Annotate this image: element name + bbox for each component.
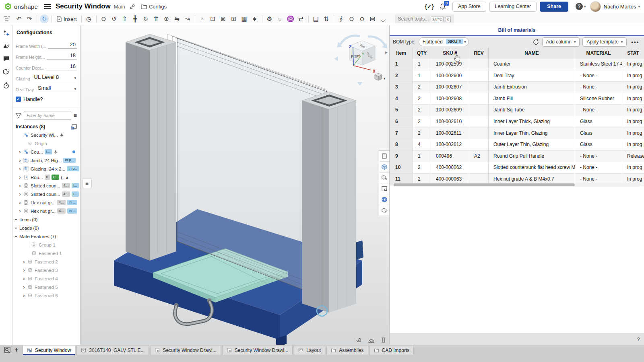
status-chip[interactable]: I... <box>72 191 79 197</box>
filter-funnel-icon[interactable] <box>16 113 21 118</box>
expand-arrow-icon[interactable]: › <box>22 285 26 290</box>
analysis-icon[interactable]: ? <box>2 68 10 75</box>
add-column-button[interactable]: Add column ▾ <box>542 37 580 47</box>
expand-arrow-icon[interactable]: › <box>14 218 19 221</box>
bom-column-header[interactable]: NAME <box>489 47 575 59</box>
doc-tab[interactable]: CAD Imports <box>369 345 414 355</box>
tab-manager-icon[interactable] <box>4 347 10 353</box>
expand-arrow-icon[interactable]: › <box>18 192 22 197</box>
help-button[interactable]: ? ▾ <box>576 3 586 10</box>
ball-mate-icon[interactable]: ⊕ <box>161 14 172 24</box>
bom-row[interactable]: 102400-000062Slotted countersunk flat he… <box>390 162 644 174</box>
bom-column-header[interactable]: QTY <box>413 47 431 59</box>
bom-panel-icon[interactable] <box>379 151 389 162</box>
left-jamb[interactable] <box>126 34 176 261</box>
tree-item[interactable]: ›Fastened 2 <box>12 257 80 266</box>
config-dropdown[interactable]: Small▾ <box>36 85 77 92</box>
add-tab-button[interactable]: + <box>14 346 19 354</box>
view-options-cube-icon[interactable]: ▾ <box>375 73 386 80</box>
tree-item[interactable]: ›Cou...I... <box>12 148 80 156</box>
tree-item[interactable]: ›Fastened 5 <box>12 283 80 291</box>
bom-horizontal-scrollbar[interactable] <box>393 183 641 187</box>
cylindrical-mate-icon[interactable]: ↻ <box>140 14 151 24</box>
bom-type-dropdown[interactable]: Flattened SKU # ▾ <box>419 37 469 46</box>
user-menu-caret-icon[interactable]: ▾ <box>638 4 640 8</box>
status-chip[interactable]: I... <box>45 149 52 154</box>
tree-item[interactable]: ›Security Wi... <box>12 131 80 139</box>
doc-tab[interactable]: Security Window <box>23 345 75 355</box>
redo-icon[interactable]: ↷ <box>24 14 35 24</box>
status-chip[interactable]: In ... <box>67 208 78 214</box>
bom-row[interactable]: 84100-002612Outer Layer Thin, GlazingGla… <box>390 139 644 151</box>
expand-arrow-icon[interactable]: › <box>14 234 19 238</box>
status-chip[interactable]: 4... <box>57 200 66 205</box>
scrollbar-thumb[interactable] <box>394 183 575 186</box>
model-viewport[interactable]: Top Front Right Z Y X ▾ <box>80 25 389 345</box>
config-value-input[interactable]: 16 <box>46 63 77 70</box>
doc-tab[interactable]: 3016T140_GALV STL E... <box>76 345 149 355</box>
mass-properties-icon[interactable]: ⊖ <box>347 14 357 24</box>
status-chip[interactable]: 4... <box>57 208 66 214</box>
view-rotate-icon[interactable] <box>355 337 362 343</box>
doc-tab[interactable]: Security Window Drawi... <box>150 345 221 355</box>
parallel-mate-icon[interactable]: ⇋ <box>172 14 182 24</box>
properties-icon[interactable]: ▤ <box>311 14 321 24</box>
expand-arrow-icon[interactable]: › <box>14 226 19 230</box>
environment-icon[interactable] <box>368 337 375 343</box>
security-window-model[interactable]: Top Front Right Z Y X ▾ <box>80 25 389 345</box>
replicate-icon[interactable]: ⊞ <box>229 14 239 24</box>
right-jamb[interactable] <box>302 92 356 313</box>
avatar[interactable] <box>590 1 601 12</box>
expand-arrow-icon[interactable]: › <box>22 276 26 281</box>
bom-row[interactable]: 21100-002600Deal Tray- None -In prog <box>390 70 644 82</box>
app-store-button[interactable]: App Store <box>452 2 486 12</box>
exploded-view-icon[interactable]: ◡ <box>378 14 388 24</box>
main-menu-icon[interactable] <box>44 4 51 9</box>
bom-column-header[interactable]: STAT <box>622 47 644 59</box>
bom-column-header[interactable]: Item <box>390 47 413 59</box>
filter-input[interactable]: Filter by name <box>24 111 71 120</box>
tree-item[interactable]: ›Origin <box>12 139 80 148</box>
expand-arrow-icon[interactable]: › <box>18 200 22 205</box>
named-positions-icon[interactable]: ⇄ <box>296 14 306 24</box>
config-value-input[interactable]: 20 <box>48 41 77 49</box>
status-chip[interactable]: 4... <box>62 183 70 188</box>
group-parts-icon[interactable]: ⊡ <box>208 14 218 24</box>
config-value-input[interactable]: 18 <box>47 52 77 60</box>
checkbox-checked-icon[interactable]: ✓ <box>16 97 21 102</box>
sketch-panel-icon[interactable] <box>379 205 389 216</box>
featurescript-icon[interactable]: {✓} <box>425 3 434 10</box>
tree-item[interactable]: ›Rou...0R..(.▲ <box>12 173 80 181</box>
comments-icon[interactable] <box>3 56 10 62</box>
status-chip[interactable]: 4... <box>62 191 70 197</box>
tangent-mate-icon[interactable]: ↝ <box>182 14 193 24</box>
expand-panel-arrow-icon[interactable]: ▶ <box>385 51 388 54</box>
bom-row[interactable]: 42100-002608Jamb FillSilicone RubberIn p… <box>390 93 644 105</box>
expand-arrow-icon[interactable]: › <box>18 209 22 214</box>
explode-icon[interactable]: ∗ <box>250 14 260 24</box>
tree-item[interactable]: ›Slotted coun...4...I... <box>12 190 80 198</box>
tree-item[interactable]: ›Jamb, 24 Hig...In p... <box>12 156 80 165</box>
help-icon[interactable]: ? <box>637 336 640 342</box>
doc-tab[interactable]: Layout <box>294 345 325 355</box>
expand-arrow-icon[interactable]: › <box>22 268 26 273</box>
list-view-icon[interactable]: ≡ <box>74 112 77 119</box>
render-panel-icon[interactable] <box>379 194 389 205</box>
tree-item[interactable]: ›Hex nut gr...4...In ... <box>12 198 80 207</box>
apply-template-button[interactable]: Apply template ▾ <box>582 37 627 47</box>
config-panel-icon[interactable] <box>2 29 10 36</box>
config-dropdown[interactable]: UL Level 8▾ <box>33 74 77 81</box>
performance-icon[interactable] <box>3 82 10 89</box>
status-chip[interactable]: In p... <box>67 166 79 171</box>
instances-panel-toggle-icon[interactable] <box>3 16 10 22</box>
bom-row[interactable]: 72100-002611Inner Layer Thin, GlazingGla… <box>390 128 644 140</box>
revolute-mate-icon[interactable]: ↺ <box>109 14 120 24</box>
status-chip[interactable]: I... <box>72 183 79 188</box>
user-name[interactable]: Nacho Martos <box>604 4 636 10</box>
slider-mate-icon[interactable]: ⇑ <box>120 14 130 24</box>
bom-column-header[interactable]: MATERIAL <box>575 47 622 59</box>
expand-arrow-icon[interactable]: › <box>18 150 22 154</box>
section-scale-icon[interactable] <box>380 337 386 343</box>
parts-panel-icon[interactable] <box>379 162 389 173</box>
instance-configuration-icon[interactable] <box>379 173 389 183</box>
